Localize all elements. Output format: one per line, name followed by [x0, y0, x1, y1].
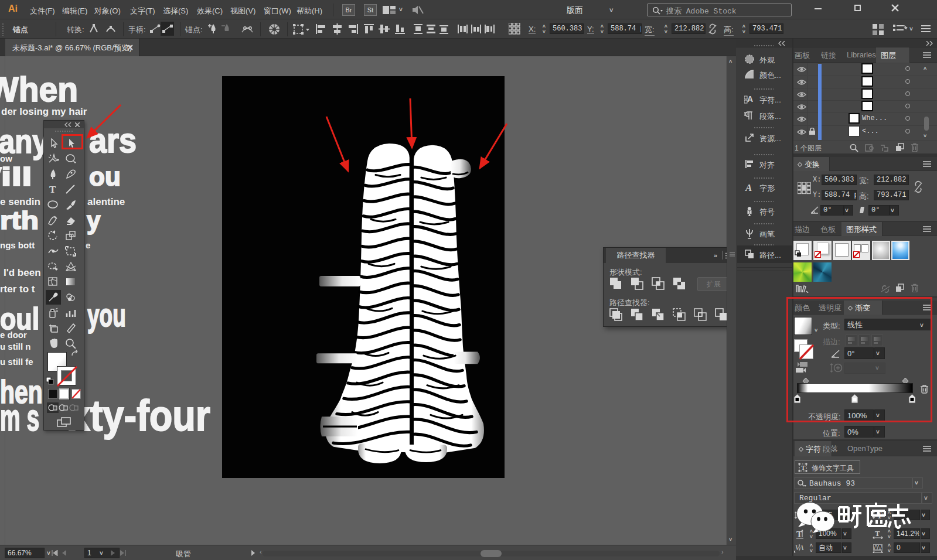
svg-text:T: T — [801, 464, 806, 471]
svg-text:T: T — [49, 184, 56, 194]
svg-text:A: A — [747, 94, 753, 104]
svg-text:A: A — [745, 182, 752, 193]
